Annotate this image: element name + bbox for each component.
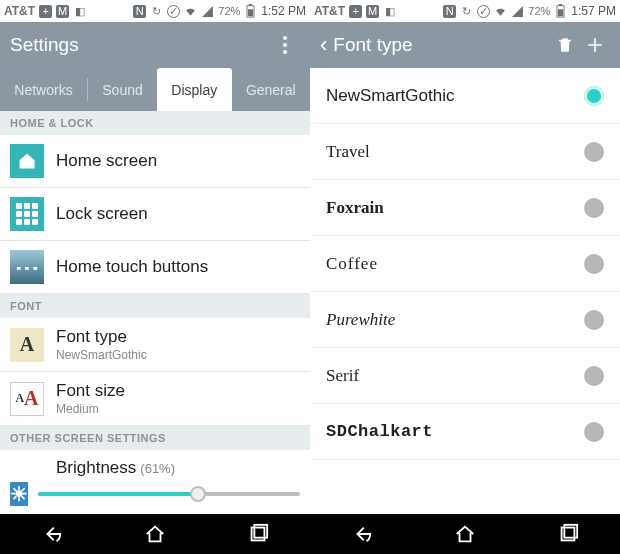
brightness-icon: ☀ [10,482,28,506]
plus-icon: + [39,5,52,18]
nav-back-button[interactable] [0,514,103,554]
row-label: Lock screen [56,204,300,224]
font-name: Serif [326,366,584,386]
font-name: Purewhite [326,310,584,330]
screen-settings: AT&T + M ◧ N ↻ ✓ 72% 1:52 PM Settings [0,0,310,514]
page-title: Settings [10,34,270,56]
alarm-icon: ✓ [167,5,180,18]
row-lock-screen[interactable]: Lock screen [0,188,310,241]
carrier-label: AT&T [4,4,35,18]
battery-icon [244,5,257,18]
back-button[interactable]: ‹ [320,32,327,58]
clock: 1:52 PM [261,4,306,18]
brightness-pct: (61%) [140,461,175,476]
tab-display[interactable]: Display [157,68,232,111]
sync-icon: ↻ [150,5,163,18]
font-name: SDChalkart [326,422,584,441]
lock-icon [10,197,44,231]
touch-buttons-icon [10,250,44,284]
row-font-size[interactable]: AA Font size Medium [0,372,310,426]
radio-button[interactable] [584,366,604,386]
font-option[interactable]: Travel [310,124,620,180]
section-font: FONT [0,294,310,318]
row-font-type[interactable]: A Font type NewSmartGothic [0,318,310,372]
nfc-icon: N [133,5,146,18]
carrier-label: AT&T [314,4,345,18]
font-name: Travel [326,142,584,162]
brightness-slider[interactable] [38,484,300,504]
tab-general[interactable]: General [232,68,310,111]
gps-icon: ◧ [73,5,86,18]
svg-rect-4 [25,267,29,270]
row-home-touch-buttons[interactable]: Home touch buttons [0,241,310,294]
wifi-icon [184,5,197,18]
alarm-icon: ✓ [477,5,490,18]
radio-button[interactable] [584,142,604,162]
screen-font-type: AT&T + M ◧ N ↻ ✓ 72% 1:57 PM ‹ Font type [310,0,620,514]
font-option[interactable]: Purewhite [310,292,620,348]
radio-button[interactable] [584,422,604,442]
font-type-icon: A [10,328,44,362]
navigation-bar [0,514,620,554]
row-label: Font size [56,381,300,401]
app-bar: ‹ Font type [310,22,620,68]
gps-icon: ◧ [383,5,396,18]
clock: 1:57 PM [571,4,616,18]
section-other: OTHER SCREEN SETTINGS [0,426,310,450]
svg-rect-1 [249,4,253,6]
radio-button[interactable] [584,86,604,106]
radio-button[interactable] [584,310,604,330]
font-name: Coffee [326,254,584,274]
more-icon [283,36,287,54]
row-brightness[interactable]: Brightness (61%) [0,450,310,478]
row-sub: Medium [56,402,300,416]
signal-icon [201,5,214,18]
sync-icon: ↻ [460,5,473,18]
wifi-icon [494,5,507,18]
status-bar: AT&T + M ◧ N ↻ ✓ 72% 1:57 PM [310,0,620,22]
svg-rect-3 [17,267,21,270]
delete-button[interactable] [550,35,580,55]
battery-icon [554,5,567,18]
mail-icon: M [366,5,379,18]
section-home-lock: HOME & LOCK [0,111,310,135]
tab-networks[interactable]: Networks [0,68,87,111]
signal-icon [511,5,524,18]
tabs: Networks Sound Display General [0,68,310,111]
overflow-menu-button[interactable] [270,36,300,54]
row-sub: NewSmartGothic [56,348,300,362]
font-option[interactable]: Foxrain [310,180,620,236]
font-option[interactable]: Serif [310,348,620,404]
nav-recent-button[interactable] [517,514,620,554]
font-option[interactable]: SDChalkart [310,404,620,460]
font-name: NewSmartGothic [326,86,584,106]
radio-button[interactable] [584,254,604,274]
nav-recent-button[interactable] [207,514,310,554]
plus-icon [585,35,605,55]
brightness-label: Brightness [56,458,136,478]
row-label: Home screen [56,151,300,171]
tab-sound[interactable]: Sound [88,68,157,111]
mail-icon: M [56,5,69,18]
font-option[interactable]: NewSmartGothic [310,68,620,124]
font-option[interactable]: Coffee [310,236,620,292]
nav-home-button[interactable] [413,514,516,554]
radio-button[interactable] [584,198,604,218]
plus-icon: + [349,5,362,18]
page-title: Font type [333,34,550,56]
row-home-screen[interactable]: Home screen [0,135,310,188]
font-list: NewSmartGothicTravelFoxrainCoffeePurewhi… [310,68,620,514]
status-bar: AT&T + M ◧ N ↻ ✓ 72% 1:52 PM [0,0,310,22]
svg-rect-5 [33,267,37,270]
add-button[interactable] [580,35,610,55]
app-bar: Settings [0,22,310,68]
home-icon [10,144,44,178]
nav-home-button[interactable] [103,514,206,554]
svg-rect-8 [558,9,563,16]
font-name: Foxrain [326,198,584,218]
battery-pct: 72% [218,5,240,17]
settings-content: HOME & LOCK Home screen Lock screen Home… [0,111,310,514]
svg-rect-2 [248,9,253,16]
nav-back-button[interactable] [310,514,413,554]
row-label: Font type [56,327,300,347]
